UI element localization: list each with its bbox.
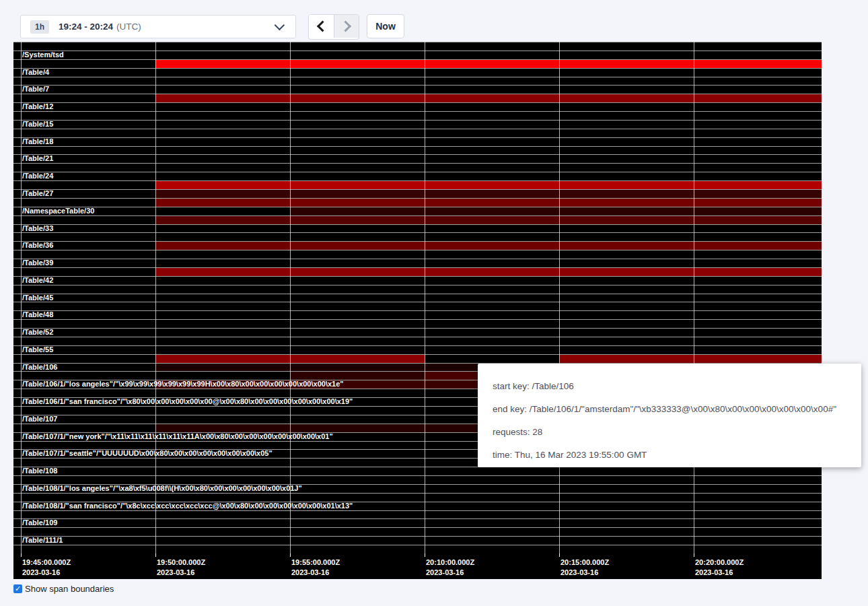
- span-boundary-line: [13, 285, 822, 285]
- span-boundary-line: [13, 345, 822, 346]
- span-boundary-line: [13, 475, 822, 476]
- span-boundary-line: [13, 518, 822, 519]
- span-boundary-line: [13, 120, 822, 121]
- heatmap-band[interactable]: [155, 94, 822, 102]
- keyspan-label: /Table/55: [22, 345, 53, 354]
- span-boundary-line: [13, 146, 822, 147]
- chevron-right-icon: [340, 21, 351, 32]
- span-boundary-line: [13, 94, 822, 94]
- span-boundary-line: [13, 85, 822, 86]
- span-boundary-line: [13, 328, 822, 329]
- axis-tick-label: 19:50:00.000Z2023-03-16: [157, 558, 205, 578]
- keyspan-label: /Table/45: [22, 294, 53, 302]
- axis-tick-label: 19:55:00.000Z2023-03-16: [291, 558, 340, 578]
- span-boundary-line: [13, 215, 822, 216]
- keyspan-label: /Table/33: [22, 224, 53, 233]
- prev-interval-button[interactable]: [309, 15, 334, 38]
- span-boundary-line: [13, 163, 822, 164]
- time-gridline: [559, 42, 560, 553]
- keyspan-label: /Table/107: [22, 415, 57, 424]
- chevron-down-icon: [275, 20, 285, 31]
- time-gridline: [425, 42, 425, 553]
- span-boundary-line: [13, 545, 822, 545]
- heatmap-band[interactable]: [155, 268, 822, 276]
- next-interval-button[interactable]: [334, 15, 359, 38]
- span-boundary-line: [13, 137, 822, 138]
- keyspan-label: /Table/108: [22, 467, 57, 475]
- span-boundary-line: [13, 172, 822, 172]
- span-boundary-line: [13, 232, 822, 233]
- heatmap-band[interactable]: [559, 355, 822, 363]
- span-boundary-line: [13, 527, 822, 528]
- heatmap-band[interactable]: [155, 181, 822, 189]
- keyspan-label: /Table/106: [22, 363, 57, 372]
- keyspan-label: /System/tsd: [22, 50, 64, 59]
- axis-tick-label: 20:10:00.000Z2023-03-16: [426, 558, 474, 578]
- keyspan-label: /Table/24: [22, 172, 53, 180]
- keyspan-label: /Table/18: [22, 137, 53, 146]
- span-boundary-line: [13, 354, 822, 355]
- time-gridline: [21, 42, 22, 553]
- keyspan-label: /Table/111/1: [22, 536, 63, 545]
- toolbar: 1h 19:24 - 20:24 (UTC) Now: [0, 0, 868, 42]
- heatmap-plot[interactable]: /System/tsd/Table/4/Table/7/Table/12/Tab…: [13, 42, 822, 553]
- tooltip-end-key: end key: /Table/106/1/"amsterdam"/"\xb33…: [493, 403, 846, 416]
- heatmap-band[interactable]: [155, 242, 822, 250]
- axis-tick-label: 19:45:00.000Z2023-03-16: [22, 558, 71, 578]
- time-nav-group: [308, 14, 359, 40]
- span-boundary-line: [13, 250, 822, 250]
- span-boundary-line: [13, 102, 822, 103]
- heatmap-band[interactable]: [155, 190, 822, 198]
- heatmap-band[interactable]: [155, 216, 822, 224]
- heatmap-band[interactable]: [290, 372, 425, 380]
- heatmap-tooltip: start key: /Table/106 end key: /Table/10…: [478, 364, 861, 467]
- keyspan-label: /Table/107/1/"seattle"/"UUUUUUD\x00\x80\…: [22, 449, 273, 458]
- span-boundary-line: [13, 207, 822, 207]
- keyspan-label: /Table/48: [22, 310, 53, 319]
- keyspan-label: /Table/21: [22, 154, 53, 163]
- keyspan-label: /Table/7: [22, 85, 49, 94]
- time-axis: 19:45:00.000Z2023-03-1619:50:00.000Z2023…: [13, 553, 822, 579]
- tooltip-time: time: Thu, 16 Mar 2023 19:55:00 GMT: [493, 448, 846, 462]
- keyspan-label: /Table/39: [22, 259, 53, 267]
- axis-tick: [425, 553, 425, 557]
- time-range-label: 19:24 - 20:24: [59, 22, 113, 32]
- axis-tick-label: 20:20:00.000Z2023-03-16: [695, 558, 744, 578]
- span-boundary-line: [13, 267, 822, 268]
- keyspan-label: /Table/106/1/"los angeles"/"\x99\x99\x99…: [22, 380, 344, 389]
- heatmap-band[interactable]: [290, 207, 822, 215]
- keyspan-label: /Table/106/1/"san francisco"/"\x80\x00\x…: [22, 397, 353, 406]
- span-boundary-line: [13, 77, 822, 77]
- axis-tick: [694, 553, 694, 557]
- heatmap-band[interactable]: [155, 60, 822, 68]
- keyspan-label: /Table/108/1/"san francisco"/"\x8c\xcc\x…: [22, 502, 353, 510]
- show-span-boundaries-checkbox[interactable]: ✓: [13, 584, 22, 593]
- span-boundary-line: [13, 294, 822, 294]
- keyspan-label: /Table/42: [22, 276, 53, 285]
- span-boundary-line: [13, 59, 822, 60]
- keyspan-label: /Table/4: [22, 68, 49, 77]
- span-boundary-line: [13, 180, 822, 181]
- time-range-timezone: (UTC): [116, 22, 141, 32]
- time-gridline: [155, 42, 156, 553]
- span-boundary-line: [13, 154, 822, 155]
- axis-tick: [290, 553, 291, 557]
- chevron-left-icon: [316, 21, 328, 32]
- span-boundary-line: [13, 310, 822, 311]
- span-boundary-line: [13, 536, 822, 537]
- span-boundary-line: [13, 510, 822, 511]
- span-boundary-line: [13, 493, 822, 494]
- key-visualizer-heatmap[interactable]: /System/tsd/Table/4/Table/7/Table/12/Tab…: [13, 42, 822, 579]
- axis-tick: [21, 553, 22, 557]
- now-button[interactable]: Now: [367, 14, 404, 38]
- time-range-dropdown[interactable]: 1h 19:24 - 20:24 (UTC): [20, 15, 296, 38]
- span-boundary-line: [13, 198, 822, 199]
- span-boundary-line: [13, 241, 822, 242]
- axis-tick-label: 20:15:00.000Z2023-03-16: [560, 558, 609, 578]
- span-boundary-line: [13, 259, 822, 259]
- heatmap-band[interactable]: [155, 199, 822, 207]
- span-boundary-line: [13, 302, 822, 302]
- span-boundary-line: [13, 337, 822, 337]
- keyspan-label: /Table/109: [22, 518, 57, 527]
- keyspan-label: /Table/27: [22, 189, 53, 198]
